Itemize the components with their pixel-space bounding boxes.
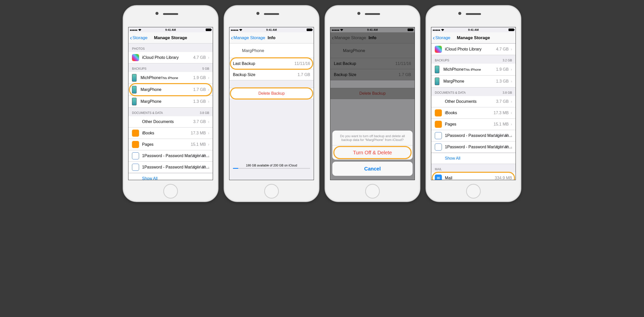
row-1password-2[interactable]: ◎1Password - Password Manager an...12.7 … <box>431 141 516 153</box>
row-sublabel: This iPhone <box>161 76 178 80</box>
row-backup-margphone[interactable]: MargPhone 1.3 GB › <box>431 76 516 87</box>
chevron-right-icon: › <box>511 122 512 127</box>
phone-4: 9:41 AM ‹Storage Manage Storage iCloud P… <box>425 5 521 202</box>
home-button[interactable] <box>264 184 279 199</box>
chevron-right-icon: › <box>511 145 512 149</box>
row-backup-margphone-1[interactable]: MargPhone 1.7 GB › <box>128 84 213 96</box>
content[interactable]: PHOTOS iCloud Photo Library 4.7 GB › BAC… <box>128 43 213 180</box>
1password-icon: ◎ <box>435 143 442 151</box>
screen: 9:41 AM ‹Storage Manage Storage iCloud P… <box>431 27 516 180</box>
row-value: 1.3 GB <box>496 79 509 84</box>
row-backup-michphone[interactable]: MichPhoneThis iPhone 1.9 GB › <box>431 64 516 76</box>
footer-text: 186 GB available of 200 GB on iCloud <box>246 164 297 167</box>
row-label: iCloud Photo Library <box>142 55 179 60</box>
row-other-documents[interactable]: ☁Other Documents3.7 GB› <box>128 116 213 128</box>
turn-off-delete-button[interactable]: Turn Off & Delete <box>332 145 413 160</box>
row-value: 334.9 MB <box>495 176 512 180</box>
content[interactable]: MargPhone Last Backup 11/11/16 Backup Si… <box>229 43 314 180</box>
iphone-icon <box>132 86 137 93</box>
phone-3: 9:41 AM ‹Manage Storage Info MargPhone L… <box>325 5 420 202</box>
row-label: Last Backup <box>233 61 255 66</box>
chevron-right-icon: › <box>208 131 209 135</box>
chevron-right-icon: › <box>511 99 512 104</box>
iphone-icon <box>435 78 439 85</box>
row-label: MargPhone <box>443 79 464 83</box>
section-header-backups: BACKUPS3.2 GB <box>431 55 516 64</box>
nav-back-label: Storage <box>435 35 450 40</box>
1password-icon: ◎ <box>132 152 139 159</box>
row-label: MargPhone <box>141 87 162 92</box>
row-1password-1[interactable]: ◎1Password - Password Manager an...12.7 … <box>431 130 516 141</box>
nav-back-button[interactable]: ‹Storage <box>433 35 450 40</box>
nav-back-label: Manage Storage <box>233 35 265 40</box>
wifi-icon <box>138 29 141 31</box>
home-button[interactable] <box>163 184 178 199</box>
nav-back-button[interactable]: ‹Manage Storage <box>231 35 265 40</box>
row-1password-2[interactable]: ◎1Password - Password Manager an...12.7 … <box>128 162 213 173</box>
storage-progress <box>233 168 310 169</box>
row-value: 1.3 GB <box>193 99 206 104</box>
row-ibooks[interactable]: iBooks17.3 MB› <box>431 107 516 119</box>
row-value: 15.1 MB <box>494 122 509 127</box>
row-last-backup: Last Backup 11/11/16 <box>229 58 314 69</box>
nav-bar: ‹Storage Manage Storage <box>431 32 516 43</box>
row-value: 4.7 GB <box>193 55 206 60</box>
section-header-documents: DOCUMENTS & DATA3.8 GB <box>431 87 516 96</box>
chevron-right-icon: › <box>511 111 512 115</box>
nav-back-label: Storage <box>132 35 148 40</box>
row-1password-1[interactable]: ◎1Password - Password Manager an...12.7 … <box>128 150 213 162</box>
row-value: 17.3 MB <box>191 131 206 135</box>
row-backup-size: Backup Size 1.7 GB <box>229 69 314 80</box>
row-backup-michphone[interactable]: MichPhoneThis iPhone 1.9 GB › <box>128 72 213 84</box>
pages-icon <box>435 121 442 128</box>
delete-backup-button[interactable]: Delete Backup <box>229 88 314 99</box>
row-pages[interactable]: Pages15.1 MB› <box>431 119 516 130</box>
screen: 9:41 AM ‹Manage Storage Info MargPhone L… <box>330 27 415 180</box>
battery-icon <box>508 29 514 31</box>
battery-icon <box>307 29 312 31</box>
row-value: 11/11/16 <box>294 61 310 66</box>
nav-title: Info <box>267 35 275 40</box>
nav-bar: ‹Manage Storage Info <box>229 32 314 43</box>
1password-icon: ◎ <box>132 164 139 171</box>
iphone-icon <box>233 46 238 56</box>
row-icloud-photo-library[interactable]: iCloud Photo Library 4.7 GB › <box>431 43 516 55</box>
row-other-documents[interactable]: ☁Other Documents3.7 GB› <box>431 96 516 107</box>
row-value: 12.7 MB <box>494 133 509 138</box>
wifi-icon <box>441 29 444 31</box>
row-label: iCloud Photo Library <box>445 47 481 51</box>
screen: 9:41 AM ‹Manage Storage Info MargPhone L… <box>229 27 314 180</box>
home-button[interactable] <box>365 184 380 199</box>
device-header: MargPhone <box>229 43 314 58</box>
show-all-button[interactable]: Show All <box>431 153 516 164</box>
nav-back-button[interactable]: ‹Storage <box>130 35 148 40</box>
chevron-right-icon: › <box>511 67 512 72</box>
cancel-button[interactable]: Cancel <box>332 162 413 176</box>
ibooks-icon <box>435 109 442 116</box>
section-header-photos: PHOTOS <box>128 43 213 52</box>
row-value: 1.7 GB <box>193 87 206 92</box>
1password-icon: ◎ <box>435 132 442 139</box>
row-label: MichPhone <box>443 67 464 71</box>
row-mail[interactable]: ✉ Mail 334.9 MB <box>431 173 516 180</box>
section-header-documents: DOCUMENTS & DATA3.8 GB <box>128 108 213 116</box>
row-label: MargPhone <box>141 99 162 104</box>
row-ibooks[interactable]: iBooks17.3 MB› <box>128 128 213 139</box>
row-label: iBooks <box>445 111 457 115</box>
row-sublabel: This iPhone <box>464 68 481 71</box>
storage-footer: 186 GB available of 200 GB on iCloud <box>229 162 314 171</box>
signal-icon <box>231 28 238 31</box>
nav-title: Manage Storage <box>457 35 490 40</box>
row-value: 1.9 GB <box>193 76 206 80</box>
show-all-button[interactable]: Show All <box>128 173 213 180</box>
content[interactable]: iCloud Photo Library 4.7 GB › BACKUPS3.2… <box>431 43 516 180</box>
row-pages[interactable]: Pages15.1 MB› <box>128 139 213 150</box>
row-icloud-photo-library[interactable]: iCloud Photo Library 4.7 GB › <box>128 52 213 63</box>
screen: 9:41 AM ‹Storage Manage Storage PHOTOS i… <box>128 27 213 180</box>
cloud-icon: ☁ <box>435 98 442 105</box>
home-button[interactable] <box>466 184 481 199</box>
row-backup-margphone-2[interactable]: MargPhone 1.3 GB › <box>128 96 213 108</box>
row-value: 12.7 MB <box>494 145 509 149</box>
row-label: Pages <box>142 142 153 147</box>
iphone-icon <box>132 74 137 82</box>
